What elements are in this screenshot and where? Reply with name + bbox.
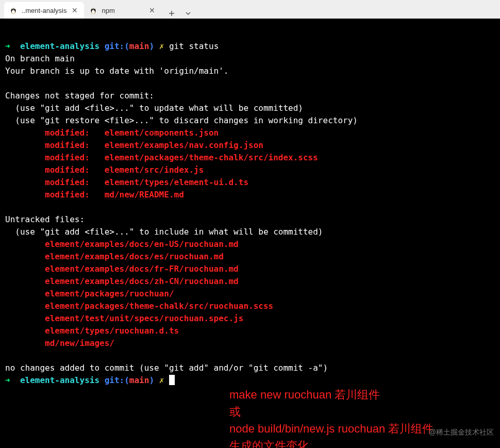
- svg-point-10: [93, 9, 93, 9]
- output-line: Your branch is up to date with 'origin/m…: [5, 66, 228, 76]
- dirty-indicator: ✗: [159, 375, 164, 385]
- svg-point-5: [14, 9, 14, 9]
- modified-file: modified: element/examples/nav.config.js…: [5, 140, 263, 150]
- tab-title: npm: [102, 7, 144, 14]
- prompt-dir: element-analysis: [20, 41, 99, 51]
- terminal-output[interactable]: ➜ element-analysis git:(main) ✗ git stat…: [0, 19, 500, 448]
- tab-controls: [161, 8, 198, 19]
- output-line: Changes not staged for commit:: [5, 91, 154, 101]
- annotation-line: 生成的文件变化: [229, 439, 309, 448]
- untracked-file: element/examples/docs/zh-CN/ruochuan.md: [5, 276, 239, 286]
- tab-title: ..ment-analysis: [22, 7, 66, 14]
- modified-file: modified: md/new/README.md: [5, 190, 184, 200]
- cursor: [169, 375, 175, 385]
- svg-point-4: [12, 9, 13, 9]
- annotation-line: node build/bin/new.js ruochuan 若川组件: [229, 422, 434, 435]
- output-line: (use "git add <file>..." to update what …: [5, 103, 303, 113]
- untracked-file: element/packages/ruochuan/: [5, 289, 174, 298]
- modified-file: modified: element/packages/theme-chalk/s…: [5, 153, 318, 162]
- svg-point-11: [94, 9, 94, 9]
- git-label: git:(: [105, 41, 129, 51]
- modified-file: modified: element/types/element-ui.d.ts: [5, 177, 248, 187]
- untracked-file: element/types/ruochuan.d.ts: [5, 326, 179, 336]
- watermark: @稀土掘金技术社区: [429, 427, 494, 438]
- output-line: Untracked files:: [5, 214, 85, 224]
- git-branch: main: [129, 41, 149, 51]
- dirty-indicator: ✗: [159, 41, 164, 51]
- untracked-file: element/packages/theme-chalk/src/ruochua…: [5, 301, 273, 311]
- untracked-file: element/test/unit/specs/ruochuan.spec.js: [5, 313, 243, 323]
- tab-bar: ..ment-analysis ✕ npm ✕: [0, 0, 500, 19]
- git-label-close: ): [149, 41, 154, 51]
- close-icon[interactable]: ✕: [148, 6, 156, 14]
- annotation-line: make new ruochuan 若川组件: [229, 388, 380, 401]
- tux-icon: [9, 6, 18, 14]
- command-text: git status: [169, 41, 219, 51]
- new-tab-button[interactable]: [166, 8, 177, 19]
- untracked-file: md/new/images/: [5, 338, 114, 348]
- untracked-file: element/examples/docs/es/ruochuan.md: [5, 252, 224, 261]
- modified-file: modified: element/src/index.js: [5, 165, 204, 175]
- tux-icon: [89, 6, 97, 14]
- output-line: (use "git restore <file>..." to discard …: [5, 115, 358, 125]
- prompt-arrow: ➜: [5, 41, 10, 51]
- annotation-overlay: make new ruochuan 若川组件 或 node build/bin/…: [229, 369, 434, 448]
- annotation-line: 或: [229, 405, 241, 418]
- modified-file: modified: element/components.json: [5, 128, 219, 138]
- git-branch: main: [129, 375, 149, 385]
- git-label-close: ): [149, 375, 154, 385]
- git-label: git:(: [105, 375, 129, 385]
- untracked-file: element/examples/docs/en-US/ruochuan.md: [5, 239, 239, 249]
- tab-element-analysis[interactable]: ..ment-analysis ✕: [4, 2, 84, 19]
- prompt-dir: element-analysis: [20, 375, 99, 385]
- output-line: On branch main: [5, 54, 75, 63]
- output-line: (use "git add <file>..." to include in w…: [5, 227, 323, 237]
- tab-npm[interactable]: npm ✕: [84, 2, 161, 19]
- close-icon[interactable]: ✕: [71, 6, 79, 14]
- untracked-file: element/examples/docs/fr-FR/ruochuan.md: [5, 264, 239, 274]
- dropdown-button[interactable]: [183, 8, 193, 19]
- prompt-arrow: ➜: [5, 375, 10, 385]
